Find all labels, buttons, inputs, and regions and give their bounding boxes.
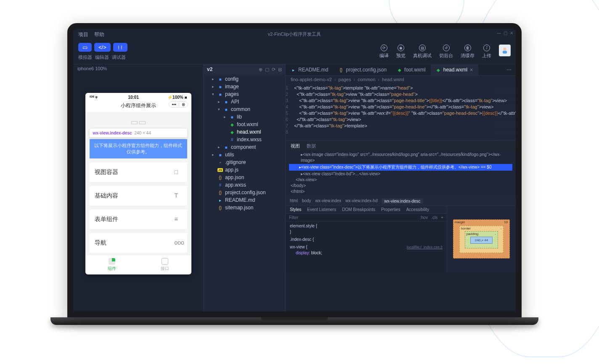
max-icon[interactable]: ▢ [504, 31, 507, 35]
user-avatar[interactable] [499, 45, 511, 56]
styles-tab[interactable]: Accessibility [406, 207, 429, 212]
file-component[interactable]: ▸■component [204, 143, 285, 151]
status-signal: ᴵᴰᴱ ᯤ [90, 95, 100, 100]
selected-element[interactable]: 以下将展示小程序官方组件能力，组件样式仅供参考。 [90, 139, 187, 158]
main-toolbar: ▭ </> ⫶⫶ 模拟器 编辑器 调试器 ⟳编译 ◉预览 ▤真机调试 ↺切后台 … [73, 40, 516, 64]
styles-rules: element.style {}.index-desc {</span></di… [286, 222, 447, 259]
file-README.md[interactable]: ▸README.md [204, 196, 285, 204]
capsule-buttons[interactable]: ••• | ⊗ [169, 101, 188, 108]
toolbar-upload[interactable]: ⤴上传 [482, 45, 491, 59]
mode-simulator[interactable]: ▭ [78, 43, 92, 52]
editor-tab[interactable]: {}project.config.json [333, 64, 392, 75]
toolbar-remote[interactable]: ▤真机调试 [413, 45, 432, 59]
styles-tab[interactable]: Event Listeners [307, 207, 336, 212]
styles-tab[interactable]: Properties [381, 207, 400, 212]
capsule-more-icon[interactable]: ••• [172, 102, 176, 107]
elements-tab-wxml[interactable]: 视图 [291, 143, 300, 149]
min-icon[interactable]: — [497, 31, 501, 35]
ide-window: 项目 帮助 v2-FinClip小程序开发工具 — ▢ ✕ ▭ </> ⫶⫶ 模… [73, 29, 516, 311]
file-API[interactable]: ▸■API [204, 98, 285, 106]
code-editor[interactable]: 12345678 <"tk-attr">class="tk-tag">templ… [286, 83, 516, 140]
menu-project[interactable]: 项目 [78, 31, 88, 38]
file-common[interactable]: ▾■common [204, 106, 285, 113]
status-time: 10:01 [128, 95, 139, 100]
styles-filter-input[interactable]: Filter [289, 215, 298, 220]
menu-item[interactable]: 视图容器□ [90, 163, 187, 182]
mode-simulator-label: 模拟器 [78, 54, 92, 61]
editor-column: ▸README.md{}project.config.json◆foot.wxm… [286, 64, 516, 311]
crumb[interactable]: common [358, 77, 375, 82]
menu-item[interactable]: 表单组件≡ [90, 210, 187, 229]
crumb[interactable]: fino-applet-demo-v2 [291, 77, 332, 82]
file-lib[interactable]: ▸■lib [204, 113, 285, 121]
menu-help[interactable]: 帮助 [94, 31, 104, 38]
file-image[interactable]: ▸■image [204, 83, 285, 90]
camera-dot [293, 26, 296, 28]
file-app.js[interactable]: JSapp.js [204, 166, 285, 174]
new-file-icon[interactable]: ⊕ [259, 67, 262, 72]
file-explorer: v2 ⊕ ▢ ⟳ ⊟ ▸■config▸■image▾■pages▸■API▾■… [204, 64, 286, 311]
styles-tab[interactable]: Styles [290, 207, 301, 212]
dom-crumb-item[interactable]: html [290, 198, 298, 204]
mode-debugger[interactable]: ⫶⫶ [113, 43, 127, 52]
simulator-device-info[interactable]: iphone6 100% [73, 64, 203, 73]
hov-toggle[interactable]: :hov [420, 215, 428, 220]
compile-icon: ⟳ [381, 45, 387, 51]
file-config[interactable]: ▸■config [204, 75, 285, 83]
css-rule[interactable]: .index-desc {</span></div><div class="cs… [290, 237, 443, 243]
tab-api[interactable]: 接口 [138, 255, 191, 274]
css-rule[interactable]: wx-view {localfile:/_index.css:2display:… [290, 244, 443, 256]
file-head.wxml[interactable]: ◆head.wxml [204, 128, 285, 136]
dom-breadcrumb: htmlbodywx-view.indexwx-view.index-hdwx-… [286, 197, 516, 205]
editor-tab[interactable]: ▸README.md [286, 64, 333, 75]
file-utils[interactable]: ▸■utils [204, 151, 285, 158]
editor-tab[interactable]: ◆foot.wxml [392, 64, 431, 75]
menu-item[interactable]: 基础内容T [90, 186, 187, 206]
dom-selected-row[interactable]: ▸<wx-view class="index-desc">以下将展示小程序官方组… [289, 164, 512, 171]
toolbar-compile[interactable]: ⟳编译 [379, 45, 389, 59]
dom-crumb-item[interactable]: wx-view.index-hd [345, 198, 377, 204]
add-rule-icon[interactable]: + [441, 215, 443, 220]
page-title: 小程序组件展示 [121, 103, 156, 108]
dom-tree[interactable]: ▸<wx-image class="index-logo" src="../re… [286, 150, 516, 197]
file-pages[interactable]: ▾■pages [204, 90, 285, 98]
svg-point-0 [504, 47, 506, 50]
styles-tab[interactable]: DOM Breakpoints [342, 207, 375, 212]
close-icon[interactable]: ✕ [510, 31, 513, 35]
minimap[interactable] [496, 83, 516, 140]
explorer-root[interactable]: v2 [207, 66, 212, 72]
collapse-icon[interactable]: ⊟ [278, 67, 282, 72]
box-model: margin10 border- padding- 240 × 44 - - - [447, 206, 516, 272]
new-folder-icon[interactable]: ▢ [265, 67, 269, 72]
dom-crumb-item[interactable]: wx-view.index-desc [382, 198, 423, 204]
file-foot.wxml[interactable]: ◆foot.wxml [204, 121, 285, 128]
devtools-panel: StylesEvent ListenersDOM BreakpointsProp… [286, 205, 516, 272]
toolbar-back[interactable]: ↺切后台 [439, 45, 453, 59]
file-index.wxss[interactable]: #index.wxss [204, 136, 285, 143]
crumb[interactable]: head.wxml [382, 77, 404, 82]
styles-tabs: StylesEvent ListenersDOM BreakpointsProp… [286, 206, 447, 214]
file-.gitignore[interactable]: ▫.gitignore [204, 158, 285, 166]
phone-preview: ᴵᴰᴱ ᯤ 10:01 ⚡100% ■ 小程序组件展示 ••• | ⊗ ▭▭ w… [85, 93, 191, 274]
file-sitemap.json[interactable]: {}sitemap.json [204, 204, 285, 211]
component-icon [109, 258, 115, 265]
refresh-icon[interactable]: ⟳ [272, 67, 276, 72]
dom-crumb-item[interactable]: wx-view.index [315, 198, 342, 204]
file-app.json[interactable]: {}app.json [204, 174, 285, 181]
toolbar-preview[interactable]: ◉预览 [396, 45, 406, 59]
file-app.wxss[interactable]: #app.wxss [204, 181, 285, 189]
toolbar-clear[interactable]: 🗑清缓存 [461, 45, 474, 59]
crumb[interactable]: pages [339, 77, 351, 82]
mode-editor[interactable]: </> [94, 43, 111, 52]
tabs-more-icon[interactable]: ⋯ [502, 67, 516, 73]
menu-item[interactable]: 导航ooo [90, 233, 187, 253]
css-rule[interactable]: element.style {} [290, 223, 443, 235]
cls-toggle[interactable]: .cls [431, 215, 437, 220]
capsule-close-icon[interactable]: ⊗ [182, 102, 185, 107]
logo-placeholder: ▭▭ [90, 115, 187, 129]
editor-tab[interactable]: ◆head.wxml✕ [431, 64, 478, 75]
dom-crumb-item[interactable]: body [302, 198, 311, 204]
file-project.config.json[interactable]: {}project.config.json [204, 189, 285, 196]
elements-tab-json[interactable]: 数据 [307, 143, 316, 149]
tab-component[interactable]: 组件 [85, 255, 138, 274]
